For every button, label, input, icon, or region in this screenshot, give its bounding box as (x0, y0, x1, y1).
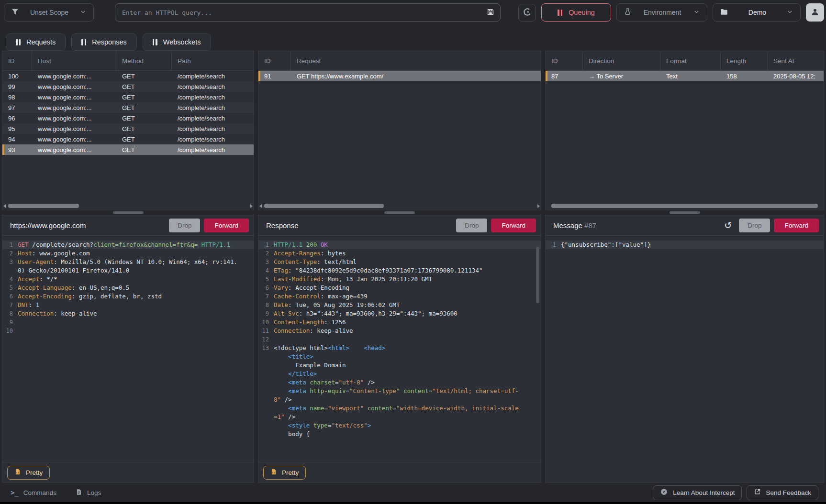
code-line: =1" /> (258, 413, 541, 421)
code-line: 0) Gecko/20100101 Firefox/141.0 (2, 266, 254, 275)
code-line: 11Connection: keep-alive (258, 327, 541, 335)
resize-handle[interactable] (113, 211, 144, 214)
messages-table-hscrollbar[interactable] (547, 203, 822, 208)
scroll-right-arrow[interactable] (250, 204, 253, 208)
table-cell: 100 (2, 73, 32, 80)
resize-handle[interactable] (670, 211, 700, 214)
pretty-toggle[interactable]: Pretty (263, 466, 306, 480)
code-line: 10 (2, 327, 254, 335)
statusbar: >_ Commands Logs Learn About Intercept S… (0, 483, 826, 502)
code-text: HTTP/1.1 200 OK (274, 241, 541, 249)
undo-button[interactable]: ↺ (721, 218, 735, 232)
table-row[interactable]: 99www.google.com:...GET/complete/search (2, 81, 254, 92)
table-cell: /complete/search (172, 104, 254, 111)
table-cell: GET (116, 146, 172, 153)
httpql-query-input[interactable] (121, 9, 487, 17)
response-title: Response (266, 221, 452, 230)
table-cell: GET (116, 125, 172, 132)
line-number (258, 352, 274, 361)
line-number (258, 421, 274, 430)
queue-table-hscrollbar[interactable] (260, 203, 539, 208)
queuing-button[interactable]: Queuing (541, 3, 611, 22)
send-feedback-button[interactable]: Send Feedback (747, 485, 818, 500)
code-text: GET /complete/search?client=firefox&chan… (18, 241, 254, 249)
line-number: 4 (258, 266, 274, 275)
scrollbar-thumb[interactable] (551, 204, 818, 208)
code-text: Accept-Ranges: bytes (274, 249, 541, 258)
forward-button[interactable]: Forward (774, 219, 819, 232)
table-row[interactable]: 93www.google.com:...GET/complete/search (2, 144, 254, 155)
code-text: 8" /> (274, 395, 541, 404)
account-button[interactable] (806, 3, 824, 22)
line-number: 1 (546, 241, 561, 249)
code-line: 1GET /complete/search?client=firefox&cha… (2, 241, 254, 249)
tab-websockets[interactable]: Websockets (143, 33, 211, 51)
code-text: <meta http-equiv="Content-type" content=… (274, 387, 541, 395)
scroll-left-arrow[interactable] (259, 204, 262, 208)
logs-button[interactable]: Logs (73, 488, 104, 498)
feedback-label: Send Feedback (766, 489, 811, 496)
table-row[interactable]: 87→ To ServerText1582025-08-05 12: (546, 71, 824, 81)
table-cell: www.google.com:... (32, 94, 116, 101)
table-row[interactable]: 98www.google.com:...GET/complete/search (2, 92, 254, 102)
code-line: 8Connection: keep-alive (2, 309, 254, 318)
scrollbar-thumb[interactable] (536, 247, 539, 303)
window-bottom-edge (0, 502, 826, 504)
line-number: 13 (258, 344, 274, 352)
scroll-left-arrow[interactable] (3, 204, 6, 208)
line-number (258, 387, 274, 395)
message-title: Message #87 (553, 221, 717, 230)
drop-button[interactable]: Drop (456, 219, 487, 232)
commands-button[interactable]: >_ Commands (8, 488, 59, 497)
table-header-row: IDHostMethodPath (2, 51, 254, 71)
drop-button[interactable]: Drop (739, 219, 770, 232)
line-number: 1 (258, 241, 274, 249)
table-row[interactable]: 94www.google.com:...GET/complete/search (2, 134, 254, 144)
code-line: 2Accept-Ranges: bytes (258, 249, 541, 258)
tab-responses[interactable]: Responses (71, 33, 137, 51)
drop-button[interactable]: Drop (169, 219, 200, 232)
forward-button[interactable]: Forward (204, 219, 249, 232)
code-line: 1{"unsubscribe":["value"]} (546, 241, 824, 249)
scroll-right-arrow[interactable] (537, 204, 540, 208)
request-editor[interactable]: 1GET /complete/search?client=firefox&cha… (2, 236, 254, 462)
scope-selector[interactable]: Unset Scope (4, 3, 94, 22)
line-number (258, 361, 274, 370)
code-text: Content-Length: 1256 (274, 318, 541, 327)
tab-requests[interactable]: Requests (6, 33, 66, 51)
line-number: 4 (2, 275, 18, 284)
forward-button[interactable]: Forward (491, 219, 536, 232)
code-text: Date: Tue, 05 Aug 2025 19:06:02 GMT (274, 301, 541, 309)
table-row[interactable]: 100www.google.com:...GET/complete/search (2, 71, 254, 81)
topbar-right: Queuing Environment Demo (518, 3, 824, 22)
save-icon[interactable] (487, 8, 494, 17)
file-code-icon (270, 468, 277, 477)
resize-handle[interactable] (384, 211, 415, 214)
code-text: User-Agent: Mozilla/5.0 (Windows NT 10.0… (18, 258, 254, 266)
messages-table-panel: IDDirectionFormatLengthSent At87→ To Ser… (545, 51, 824, 210)
message-number: #87 (584, 221, 596, 230)
response-editor[interactable]: 1HTTP/1.1 200 OK2Accept-Ranges: bytes3Co… (258, 236, 541, 462)
environment-selector[interactable]: Environment (616, 3, 707, 22)
scrollbar-thumb[interactable] (8, 204, 79, 208)
scrollbar-thumb[interactable] (264, 204, 384, 208)
caido-logo-button[interactable] (518, 4, 536, 22)
learn-about-intercept-button[interactable]: Learn About Intercept (653, 485, 742, 500)
table-row[interactable]: 97www.google.com:...GET/complete/search (2, 102, 254, 113)
project-selector[interactable]: Demo (713, 3, 801, 22)
table-row[interactable]: 91GET https://www.example.com/ (258, 71, 541, 81)
pause-icon (16, 39, 21, 45)
table-cell: /complete/search (172, 136, 254, 143)
requests-table-hscrollbar[interactable] (4, 203, 252, 208)
table-cell: GET (116, 136, 172, 143)
line-number (258, 378, 274, 387)
table-row[interactable]: 96www.google.com:...GET/complete/search (2, 113, 254, 123)
message-editor[interactable]: 1{"unsubscribe":["value"]} (546, 236, 824, 482)
code-line: 7Cache-Control: max-age=439 (258, 292, 541, 301)
table-row[interactable]: 95www.google.com:...GET/complete/search (2, 123, 254, 134)
line-number: 3 (258, 258, 274, 266)
pretty-toggle[interactable]: Pretty (7, 466, 50, 480)
folder-icon (720, 8, 728, 18)
code-text: Last-Modified: Mon, 13 Jan 2025 20:11:20… (274, 275, 541, 284)
line-number: 9 (258, 309, 274, 318)
